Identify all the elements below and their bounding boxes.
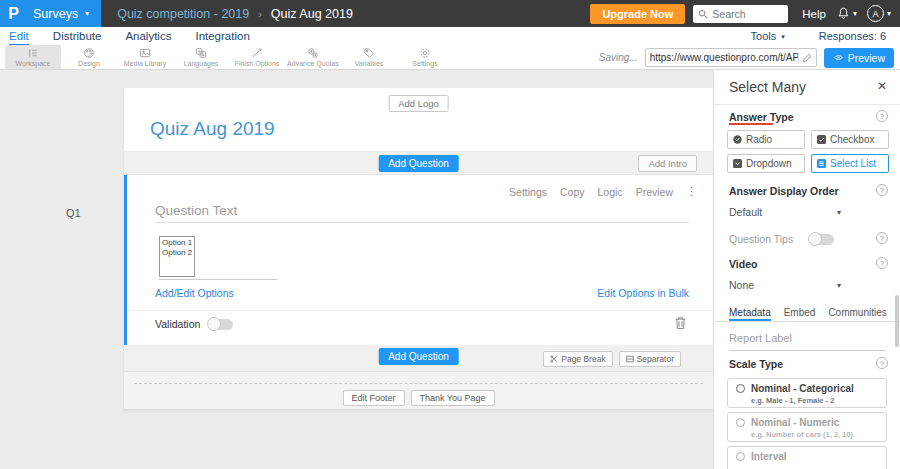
- scale-type-nominal-numeric[interactable]: Nominal - Numeric e.g. Number of cars (1…: [727, 412, 887, 442]
- add-intro-button[interactable]: Add Intro: [638, 155, 697, 172]
- radio-icon: [736, 384, 745, 393]
- option-item: Option 1: [162, 238, 192, 248]
- question-logic-link[interactable]: Logic: [598, 186, 623, 198]
- breadcrumb-separator-icon: ›: [258, 8, 262, 20]
- answer-type-label: Answer Type: [729, 111, 794, 123]
- report-label-underline: [729, 350, 885, 351]
- tab-embed[interactable]: Embed: [784, 300, 816, 321]
- toolbar-item-finish-options[interactable]: Finish Options: [229, 45, 285, 69]
- validation-toggle[interactable]: [208, 319, 233, 330]
- video-select[interactable]: None: [729, 279, 754, 291]
- add-question-button[interactable]: Add Question: [378, 155, 459, 172]
- validation-row: Validation: [155, 318, 233, 330]
- edit-options-in-bulk-link[interactable]: Edit Options in Bulk: [597, 287, 689, 299]
- toolbar-item-media-library[interactable]: Media Library: [117, 45, 173, 69]
- trash-icon: [674, 316, 687, 330]
- caret-down-icon[interactable]: ▾: [837, 208, 841, 217]
- survey-header-section: Add Logo Quiz Aug 2019: [124, 88, 713, 152]
- toggle-knob: [808, 232, 822, 246]
- toolbar-item-workspace[interactable]: Workspace: [5, 45, 61, 69]
- add-edit-options-link[interactable]: Add/Edit Options: [155, 287, 234, 299]
- footer-dashed-divider: [134, 383, 703, 384]
- add-question-row-top: Add Question Add Intro: [124, 152, 713, 175]
- question-text-placeholder[interactable]: Question Text: [155, 203, 237, 218]
- question-block: Settings Copy Logic Preview ⋮ Question T…: [124, 175, 713, 345]
- help-icon[interactable]: ?: [876, 110, 888, 122]
- survey-nav: Edit Distribute Analytics Integration To…: [0, 27, 900, 45]
- edit-footer-button[interactable]: Edit Footer: [342, 390, 404, 406]
- upgrade-now-button[interactable]: Upgrade Now: [590, 4, 685, 24]
- surveys-menu-label: Surveys: [33, 7, 78, 21]
- answer-type-dropdown[interactable]: Dropdown: [727, 154, 805, 173]
- answer-type-checkbox[interactable]: Checkbox: [811, 130, 889, 149]
- add-logo-button[interactable]: Add Logo: [388, 95, 449, 112]
- add-question-button[interactable]: Add Question: [378, 348, 459, 365]
- page-break-button[interactable]: Page Break: [543, 351, 612, 367]
- question-copy-link[interactable]: Copy: [560, 186, 585, 198]
- help-icon[interactable]: ?: [876, 257, 888, 269]
- search-input[interactable]: [712, 8, 782, 20]
- answer-options-listbox[interactable]: Option 1 Option 2: [159, 236, 195, 277]
- saving-status: Saving...: [599, 52, 638, 63]
- caret-down-icon[interactable]: ▾: [837, 281, 841, 290]
- answer-type-select-list[interactable]: Select List: [811, 154, 889, 173]
- toolbar-item-languages[interactable]: Languages: [173, 45, 229, 69]
- topbar-right: Upgrade Now Help ▾ A ▾: [590, 4, 900, 24]
- tag-icon: [363, 47, 375, 59]
- toggle-knob: [207, 317, 221, 331]
- scale-type-example: e.g. Male - 1, Female - 2: [751, 396, 878, 405]
- help-link[interactable]: Help: [802, 8, 826, 20]
- tab-integration[interactable]: Integration: [195, 28, 249, 44]
- question-settings-link[interactable]: Settings: [509, 186, 547, 198]
- video-label: Video: [729, 258, 757, 270]
- scale-type-label: Scale Type: [729, 358, 783, 370]
- survey-url-input[interactable]: [650, 52, 798, 63]
- help-icon[interactable]: ?: [876, 232, 888, 244]
- scale-type-name: Interval: [751, 451, 787, 462]
- separator-button[interactable]: Separator: [619, 351, 681, 367]
- thank-you-page-button[interactable]: Thank You Page: [410, 390, 494, 406]
- separator-label: Separator: [637, 354, 674, 364]
- tools-dropdown[interactable]: Tools ▾: [751, 30, 785, 42]
- close-icon[interactable]: ✕: [877, 79, 887, 93]
- help-icon[interactable]: ?: [876, 184, 888, 196]
- more-options-icon[interactable]: ⋮: [686, 185, 697, 198]
- tab-distribute[interactable]: Distribute: [53, 28, 102, 44]
- answer-type-radio[interactable]: Radio: [727, 130, 805, 149]
- scale-type-nominal-categorical[interactable]: Nominal - Categorical e.g. Male - 1, Fem…: [727, 378, 887, 408]
- surveys-menu-button[interactable]: Surveys ▾: [27, 0, 101, 27]
- survey-title[interactable]: Quiz Aug 2019: [150, 118, 275, 140]
- panel-tabs: Metadata Embed Communities: [714, 300, 900, 322]
- toolbar-item-settings[interactable]: Settings: [397, 45, 453, 69]
- questionpro-logo[interactable]: P: [0, 0, 27, 27]
- answer-type-option-label: Checkbox: [830, 134, 874, 145]
- question-text-underline: [155, 222, 689, 223]
- footer-buttons: Edit Footer Thank You Page: [342, 390, 494, 406]
- panel-scrollbar[interactable]: [895, 295, 899, 347]
- question-tips-toggle[interactable]: [809, 234, 834, 245]
- notifications-button[interactable]: ▾: [837, 7, 857, 20]
- account-menu-button[interactable]: A ▾: [867, 5, 891, 22]
- tab-metadata[interactable]: Metadata: [729, 300, 771, 321]
- delete-question-button[interactable]: [674, 316, 687, 330]
- edit-url-button[interactable]: [798, 53, 812, 63]
- scale-type-interval[interactable]: Interval: [727, 446, 887, 469]
- survey-url-box: [645, 48, 817, 67]
- question-preview-link[interactable]: Preview: [636, 186, 673, 198]
- toolbar-item-advance-quotas[interactable]: Advance Quotas: [285, 45, 341, 69]
- responses-count[interactable]: Responses: 6: [819, 30, 886, 42]
- scale-type-name: Nominal - Numeric: [751, 417, 839, 428]
- options-underline: [159, 279, 277, 280]
- help-icon[interactable]: ?: [876, 357, 888, 369]
- toolbar-item-design[interactable]: Design: [61, 45, 117, 69]
- tab-analytics[interactable]: Analytics: [125, 28, 171, 44]
- answer-display-order-select[interactable]: Default: [729, 206, 762, 218]
- preview-button[interactable]: Preview: [824, 48, 894, 68]
- breadcrumb-parent[interactable]: Quiz competition - 2019: [117, 7, 249, 21]
- report-label-input[interactable]: Report Label: [729, 332, 792, 344]
- answer-type-options: Radio Checkbox Dropdown Select List: [727, 130, 889, 173]
- tab-communities[interactable]: Communities: [828, 300, 886, 321]
- tab-edit[interactable]: Edit: [9, 28, 29, 45]
- toolbar-item-variables[interactable]: Variables: [341, 45, 397, 69]
- radio-icon: [736, 452, 745, 461]
